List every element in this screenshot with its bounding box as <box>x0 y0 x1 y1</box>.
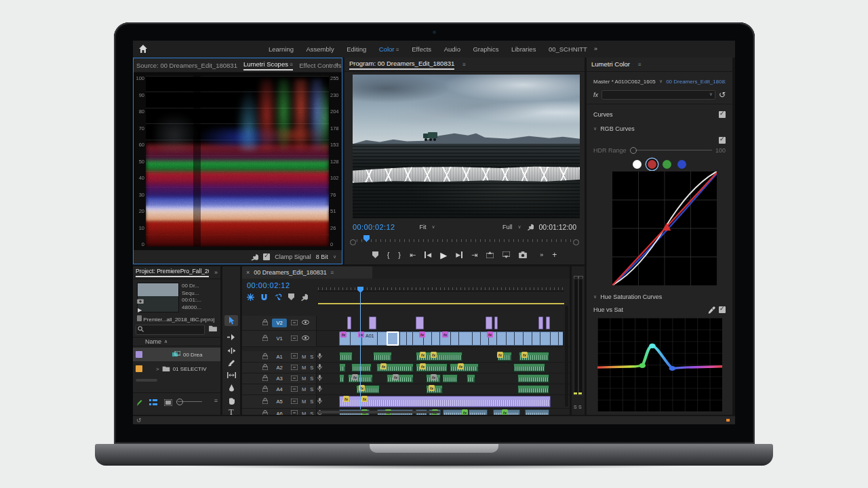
bit-depth-select[interactable]: 8 Bit <box>316 253 328 260</box>
step-back-button[interactable]: ◀ <box>425 251 431 258</box>
workspace-tab[interactable]: Color ≡ <box>379 45 399 53</box>
track-lane-v2[interactable] <box>318 316 563 330</box>
lock-icon[interactable] <box>262 364 268 371</box>
workspace-tab[interactable]: Effects <box>412 45 431 53</box>
playback-resolution-select[interactable]: Full <box>502 224 513 230</box>
curve-channel-dot[interactable] <box>633 160 642 169</box>
mark-in-button[interactable]: { <box>387 251 390 259</box>
track-lane-v1[interactable]: A01fxfxfxfxfx <box>318 331 563 346</box>
track-name[interactable]: A3 <box>272 374 287 383</box>
mute-button[interactable]: M <box>302 375 306 382</box>
track-header-a2[interactable]: A2MS <box>242 363 317 373</box>
curve-channel-dot[interactable] <box>677 160 686 169</box>
source-patch-icon[interactable] <box>291 320 298 327</box>
home-icon[interactable] <box>138 44 148 54</box>
track-lane-a4[interactable]: fxfx <box>318 384 563 394</box>
clip[interactable] <box>525 409 549 415</box>
mute-button[interactable]: M <box>302 386 306 392</box>
timeline-playhead[interactable] <box>360 292 361 409</box>
clip[interactable] <box>339 374 344 383</box>
sequence-clip-link[interactable]: 00 Dreamers_Edit_180831... <box>666 79 726 85</box>
clip[interactable] <box>546 317 550 329</box>
bin-row[interactable]: >01 SELECTIV <box>133 362 220 375</box>
mute-button[interactable]: M <box>302 399 306 405</box>
rgb-curves-enabled-checkbox[interactable] <box>719 137 726 144</box>
zoom-level-select[interactable]: Fit <box>420 224 427 230</box>
clip[interactable] <box>339 363 346 372</box>
track-header-a3[interactable]: A3MS <box>242 373 317 384</box>
workspace-tab[interactable]: Libraries <box>511 45 536 53</box>
expand-icon[interactable]: > <box>156 366 159 372</box>
search-input[interactable] <box>136 325 205 335</box>
clamp-signal-checkbox[interactable] <box>263 253 270 260</box>
track-name[interactable]: A2 <box>272 363 287 372</box>
source-patch-icon[interactable] <box>291 399 298 405</box>
go-to-in-button[interactable]: ⇤ <box>410 251 416 260</box>
program-scrubber[interactable] <box>350 235 579 246</box>
slip-tool[interactable] <box>224 369 238 380</box>
hand-tool[interactable] <box>224 395 238 406</box>
chevron-down-icon[interactable]: ∨ <box>333 254 336 260</box>
clip[interactable] <box>469 409 488 415</box>
panel-menu-icon[interactable]: ≡ <box>462 62 466 68</box>
program-tab[interactable]: Program: 00 Dreamers_Edit_180831 <box>349 60 454 70</box>
selection-tool[interactable] <box>224 315 238 326</box>
track-name[interactable]: A5 <box>272 397 287 406</box>
workspace-tab[interactable]: Learning <box>269 45 294 53</box>
razor-tool[interactable] <box>224 357 238 368</box>
solo-button[interactable]: S <box>310 354 313 360</box>
curves-enabled-checkbox[interactable] <box>719 111 726 118</box>
pen-tool[interactable] <box>224 383 238 394</box>
label-color-swatch[interactable] <box>136 351 142 358</box>
add-marker-icon[interactable] <box>288 293 294 302</box>
track-name[interactable]: A6 <box>272 409 287 415</box>
clip[interactable] <box>494 317 498 329</box>
source-patch-icon[interactable] <box>291 353 298 360</box>
mute-button[interactable]: M <box>302 354 306 360</box>
track-lane-a1[interactable]: fxfxfxfx <box>318 351 563 362</box>
lock-icon[interactable] <box>262 353 268 361</box>
timeline-ruler[interactable] <box>318 280 564 291</box>
work-area-bar[interactable] <box>318 303 564 304</box>
workspace-tab[interactable]: Graphics <box>473 45 498 53</box>
solo-left-button[interactable]: S <box>574 405 577 409</box>
workspace-overflow[interactable]: » <box>594 45 597 52</box>
bin-item-label[interactable]: 01 SELECTIV <box>173 366 207 372</box>
lumetri-color-tab[interactable]: Lumetri Color <box>591 60 630 69</box>
solo-button[interactable]: S <box>310 386 313 392</box>
track-lane-a3[interactable]: fxfxfx <box>318 373 563 384</box>
clip[interactable] <box>339 352 353 361</box>
hue-saturation-curves-label[interactable]: Hue Saturation Curves <box>600 293 662 300</box>
close-sequence-icon[interactable]: × <box>246 269 250 276</box>
go-to-out-button[interactable]: ⇥ <box>471 251 477 260</box>
clip[interactable] <box>517 374 549 383</box>
bin-item-label[interactable]: 00 Drea <box>183 352 202 358</box>
source-patch-icon[interactable] <box>291 410 298 415</box>
export-frame-camera-icon[interactable] <box>519 251 527 259</box>
play-button[interactable]: ▶ <box>440 250 447 260</box>
clip[interactable] <box>351 363 372 372</box>
nest-toggle-icon[interactable] <box>247 293 254 302</box>
track-name[interactable]: V2 <box>272 319 287 327</box>
project-tab[interactable]: Project: PremierePro_Fall_201 <box>136 268 209 277</box>
linked-selection-icon[interactable] <box>274 293 282 302</box>
clip[interactable] <box>513 363 545 372</box>
timeline-hscrollbar[interactable] <box>318 411 440 413</box>
effect-preset-select[interactable]: ∨ <box>601 90 715 100</box>
solo-button[interactable]: S <box>310 399 313 405</box>
clip[interactable] <box>347 317 351 329</box>
mute-button[interactable]: M <box>302 365 306 371</box>
curve-channel-dot[interactable] <box>648 160 656 169</box>
project-tab-overflow[interactable]: » <box>214 269 218 276</box>
zoom-slider-knob[interactable] <box>176 399 183 405</box>
mute-button[interactable]: M <box>302 411 306 415</box>
track-header-a5[interactable]: A5MS <box>242 395 317 408</box>
track-header-v1[interactable]: V1 <box>242 331 317 346</box>
curves-section-label[interactable]: Curves <box>593 111 613 118</box>
new-bin-folder-icon[interactable] <box>209 325 217 333</box>
cyan-control-point[interactable] <box>649 344 656 348</box>
clip[interactable] <box>416 317 424 329</box>
source-patch-icon[interactable] <box>291 336 298 342</box>
clip[interactable] <box>538 317 543 329</box>
clip[interactable] <box>373 352 392 361</box>
